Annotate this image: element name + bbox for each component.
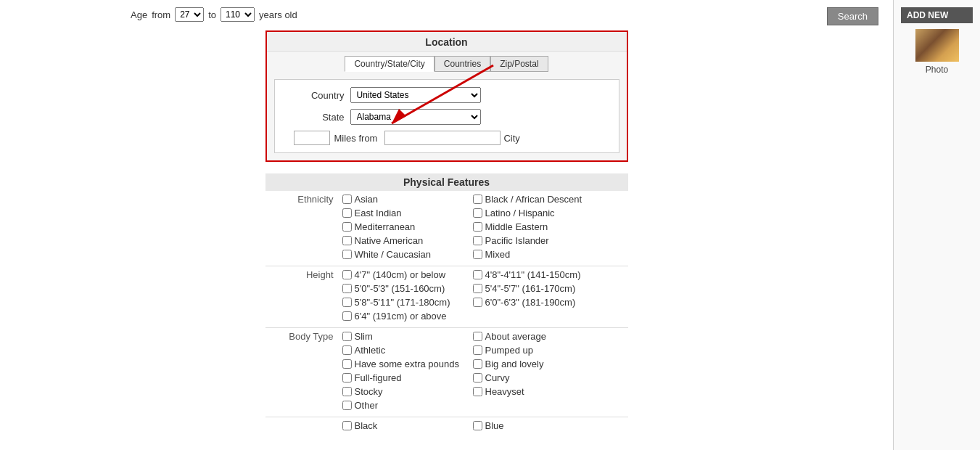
- list-item: Stocky: [342, 386, 473, 397]
- list-item: 5'8"-5'11" (171-180cm): [342, 297, 473, 308]
- height2-checkbox[interactable]: [473, 270, 482, 279]
- height7-checkbox[interactable]: [342, 311, 352, 321]
- eye-color-row: Black Blue: [265, 417, 628, 438]
- add-new-header: ADD NEW: [901, 7, 973, 23]
- list-item: Asian: [342, 194, 473, 205]
- body-type-checkboxes: Slim About average Athletic Pumped: [338, 328, 628, 417]
- ethnicity-row: Ethnicity Asian Black / African Descent: [265, 191, 628, 266]
- city-input[interactable]: [384, 131, 501, 145]
- height4-checkbox[interactable]: [473, 284, 482, 293]
- list-item: Other: [342, 400, 473, 411]
- list-item: 5'4"-5'7" (161-170cm): [473, 283, 604, 294]
- list-item: Mixed: [473, 249, 604, 260]
- full-figured-checkbox[interactable]: [342, 373, 352, 382]
- tab-zip-postal[interactable]: Zip/Postal: [490, 56, 548, 72]
- miles-row: Miles from City: [287, 131, 607, 145]
- slim-checkbox[interactable]: [342, 332, 352, 341]
- list-item: Black: [342, 420, 473, 431]
- mixed-checkbox[interactable]: [473, 250, 482, 259]
- list-item: Middle Eastern: [473, 221, 604, 232]
- list-item: Have some extra pounds: [342, 359, 473, 369]
- height5-checkbox[interactable]: [342, 298, 352, 307]
- age-to-label: to: [208, 9, 216, 20]
- list-item: White / Caucasian: [342, 249, 473, 260]
- middle-eastern-checkbox[interactable]: [473, 222, 482, 232]
- photo-thumbnail[interactable]: [915, 29, 959, 62]
- other-checkbox[interactable]: [342, 401, 352, 410]
- search-button[interactable]: Search: [827, 7, 878, 25]
- extra-pounds-checkbox[interactable]: [342, 359, 352, 369]
- native-american-checkbox[interactable]: [342, 236, 352, 245]
- list-item: Full-figured: [342, 372, 473, 383]
- asian-checkbox[interactable]: [342, 195, 352, 204]
- body-type-row: Body Type Slim About average: [265, 328, 628, 417]
- list-item: 4'8"-4'11" (141-150cm): [473, 269, 604, 280]
- big-lovely-checkbox[interactable]: [473, 359, 482, 369]
- miles-input[interactable]: [294, 131, 330, 145]
- tab-countries[interactable]: Countries: [435, 56, 490, 72]
- eye-color-checkboxes: Black Blue: [338, 417, 628, 438]
- mediterranean-checkbox[interactable]: [342, 222, 352, 232]
- height3-checkbox[interactable]: [342, 284, 352, 293]
- body-type-label: Body Type: [265, 328, 338, 417]
- list-item: 4'7" (140cm) or below: [342, 269, 473, 280]
- tab-country-state-city[interactable]: Country/State/City: [345, 56, 434, 72]
- age-from-label: from: [152, 9, 170, 20]
- list-item: About average: [473, 331, 604, 342]
- height1-checkbox[interactable]: [342, 270, 352, 279]
- list-item: Black / African Descent: [473, 194, 604, 205]
- black-african-checkbox[interactable]: [473, 195, 482, 204]
- list-item: Pacific Islander: [473, 235, 604, 246]
- country-row: Country United States Canada United King…: [287, 87, 607, 103]
- height-checkboxes: 4'7" (140cm) or below 4'8"-4'11" (141-15…: [338, 266, 628, 328]
- sidebar: ADD NEW Photo: [893, 0, 980, 450]
- athletic-checkbox[interactable]: [342, 345, 352, 355]
- list-item: Latino / Hispanic: [473, 208, 604, 218]
- state-select[interactable]: Alabama Alaska Arizona California: [350, 109, 481, 125]
- height-label: Height: [265, 266, 338, 328]
- list-item: Big and lovely: [473, 359, 604, 369]
- city-label: City: [503, 133, 519, 144]
- age-to-select[interactable]: 110 10090: [221, 7, 255, 22]
- pumped-up-checkbox[interactable]: [473, 345, 482, 355]
- list-item: Pumped up: [473, 345, 604, 356]
- location-box: Location Country/State/City Countries Zi…: [265, 30, 628, 162]
- east-indian-checkbox[interactable]: [342, 208, 352, 218]
- list-item: Athletic: [342, 345, 473, 356]
- physical-features-title: Physical Features: [265, 173, 628, 191]
- list-item: Blue: [473, 420, 604, 431]
- list-item: 6'4" (191cm) or above: [342, 311, 473, 322]
- curvy-checkbox[interactable]: [473, 373, 482, 382]
- ethnicity-label: Ethnicity: [265, 191, 338, 266]
- state-row: State Alabama Alaska Arizona California: [287, 109, 607, 125]
- eye-color-label: [265, 417, 338, 438]
- white-caucasian-checkbox[interactable]: [342, 250, 352, 259]
- photo-label: Photo: [901, 65, 973, 75]
- ethnicity-checkboxes: Asian Black / African Descent East India…: [338, 191, 628, 266]
- age-years-label: years old: [259, 9, 297, 20]
- location-title: Location: [267, 32, 627, 52]
- list-item: Mediterranean: [342, 221, 473, 232]
- features-table: Ethnicity Asian Black / African Descent: [265, 191, 628, 437]
- blue-eyes-checkbox[interactable]: [473, 421, 482, 430]
- latino-hispanic-checkbox[interactable]: [473, 208, 482, 218]
- black-eyes-checkbox[interactable]: [342, 421, 352, 430]
- age-label: Age: [131, 9, 147, 20]
- age-from-select[interactable]: 27 282930: [175, 7, 204, 22]
- country-select[interactable]: United States Canada United Kingdom: [350, 87, 481, 103]
- heavyset-checkbox[interactable]: [473, 387, 482, 396]
- list-item: Slim: [342, 331, 473, 342]
- list-item: Curvy: [473, 372, 604, 383]
- miles-from-label: Miles from: [334, 133, 378, 144]
- list-item: Heavyset: [473, 386, 604, 397]
- pacific-islander-checkbox[interactable]: [473, 236, 482, 245]
- height6-checkbox[interactable]: [473, 298, 482, 307]
- height-row: Height 4'7" (140cm) or below 4'8"-4'11" …: [265, 266, 628, 328]
- list-item: Native American: [342, 235, 473, 246]
- list-item: East Indian: [342, 208, 473, 218]
- state-label: State: [287, 112, 345, 123]
- location-inner: Country United States Canada United King…: [274, 79, 619, 153]
- stocky-checkbox[interactable]: [342, 387, 352, 396]
- about-average-checkbox[interactable]: [473, 332, 482, 341]
- country-label: Country: [287, 90, 345, 101]
